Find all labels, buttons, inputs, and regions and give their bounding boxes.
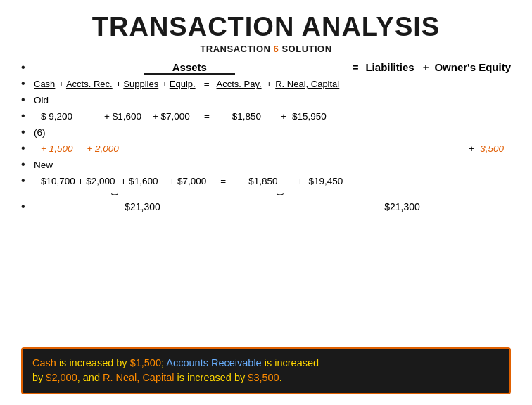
header-equation-content: Assets = Liabilities + Owner's Equity (34, 61, 511, 73)
supplies-label: Supplies (123, 79, 158, 89)
new-label-content: New (34, 160, 511, 170)
old-eq: = (204, 111, 210, 122)
bullet-3: • (21, 94, 34, 106)
old-assets: $ 9,200 (34, 111, 83, 122)
trans-equity: 3,500 (480, 143, 504, 154)
assets-label: Assets (144, 61, 235, 75)
bottom-amount1: $1,500 (130, 357, 161, 368)
new-assets: $10,700 + $2,000 (34, 176, 115, 186)
row-new-label: • New (21, 158, 511, 174)
transaction-label: (6) (34, 127, 46, 138)
bottom-text-6: is increased (262, 357, 319, 368)
bottom-cash: Cash (32, 357, 56, 368)
accounts-content: Cash + Accts. Rec. + Supplies + Equip. =… (34, 79, 511, 89)
row-new-values: • $10,700 + $2,000 + $1,600 + $7,000 = $… (21, 174, 511, 190)
row-totals: • $21,300 $21,300 (21, 200, 511, 216)
row-transaction-values: • + 1,500 + 2,000 + 3,500 (21, 142, 511, 158)
bottom-amount3: $3,500 (248, 372, 279, 383)
page: TRANSACTION ANALYSIS TRANSACTION 6 SOLUT… (0, 0, 532, 405)
bottom-ar: Accounts Receivable (166, 357, 261, 368)
bottom-text-9: , and (77, 372, 103, 383)
old-plus1: + $1,600 (104, 111, 141, 122)
old-equity: $15,950 (292, 111, 327, 122)
row-transaction-label: • (6) (21, 126, 511, 141)
bullet-6: • (21, 142, 34, 155)
trans-assets2: + 2,000 (87, 143, 118, 154)
main-title: TRANSACTION ANALYSIS (21, 13, 511, 42)
bullet-7: • (21, 158, 34, 171)
bottom-text-2: is increased by (56, 357, 130, 368)
owners-equity-label: Owner's Equity (434, 61, 511, 73)
subtitle-prefix: TRANSACTION (200, 44, 273, 54)
bottom-text-7: by (32, 372, 46, 383)
row-header-equation: • Assets = Liabilities + Owner's Equity (21, 61, 511, 77)
subtitle-suffix: SOLUTION (279, 44, 331, 54)
total-right: $21,300 (293, 201, 511, 212)
total-left: $21,300 (34, 201, 251, 212)
accts-rec-label: Accts. Rec. (66, 79, 113, 89)
cash-label: Cash (34, 79, 55, 89)
header-equals: = (353, 61, 359, 73)
brace-row: ⌣ ⌣ (21, 191, 511, 199)
transaction-values-content: + 1,500 + 2,000 + 3,500 (34, 143, 511, 155)
bottom-text-11: is increased by (175, 372, 248, 383)
trans-assets: + 1,500 (34, 143, 72, 154)
row-accounts: • Cash + Accts. Rec. + Supplies + Equip.… (21, 77, 511, 93)
old-label: Old (34, 95, 49, 105)
bullet-8: • (21, 174, 34, 187)
new-plus-sign: + (298, 176, 303, 186)
accts-pay-label: Accts. Pay. (217, 79, 262, 89)
header-plus: + (423, 61, 429, 73)
bottom-amount2: $2,000 (46, 372, 77, 383)
old-label-content: Old (34, 95, 511, 105)
new-liab: $1,850 (248, 176, 277, 186)
bottom-explanation-box: Cash is increased by $1,500; Accounts Re… (21, 347, 511, 395)
new-equity: $19,450 (308, 176, 343, 186)
new-eq: = (220, 176, 226, 186)
bottom-capital: R. Neal, Capital (103, 372, 175, 383)
old-plus2: + $7,000 (153, 111, 190, 122)
bullet-4: • (21, 110, 34, 122)
equip-label: Equip. (170, 79, 196, 89)
old-liab: $1,850 (232, 111, 261, 122)
totals-content: $21,300 $21,300 (34, 201, 511, 212)
row-old-label: • Old (21, 94, 511, 109)
old-values-content: $ 9,200 + $1,600 + $7,000 = $1,850 + $15… (34, 111, 511, 122)
r-neal-capital-label: R. Neal, Capital (275, 79, 339, 89)
bullet-2: • (21, 77, 34, 90)
bottom-text-13: . (279, 372, 282, 383)
bullet-9: • (21, 200, 34, 213)
new-label: New (34, 160, 53, 170)
trans-plus-sign: + (469, 143, 474, 154)
bullet-5: • (21, 126, 34, 139)
liabilities-label: Liabilities (365, 61, 414, 73)
transaction-label-content: (6) (34, 127, 511, 138)
bullet-1: • (21, 61, 34, 74)
new-values-content: $10,700 + $2,000 + $1,600 + $7,000 = $1,… (34, 176, 511, 186)
row-old-values: • $ 9,200 + $1,600 + $7,000 = $1,850 + $… (21, 110, 511, 125)
new-plus2: + $7,000 (169, 176, 206, 186)
old-plus-sign: + (281, 111, 286, 122)
new-plus1: + $1,600 (120, 176, 158, 186)
sub-title: TRANSACTION 6 SOLUTION (21, 44, 511, 54)
content-area: • Assets = Liabilities + Owner's Equity … (21, 61, 511, 339)
